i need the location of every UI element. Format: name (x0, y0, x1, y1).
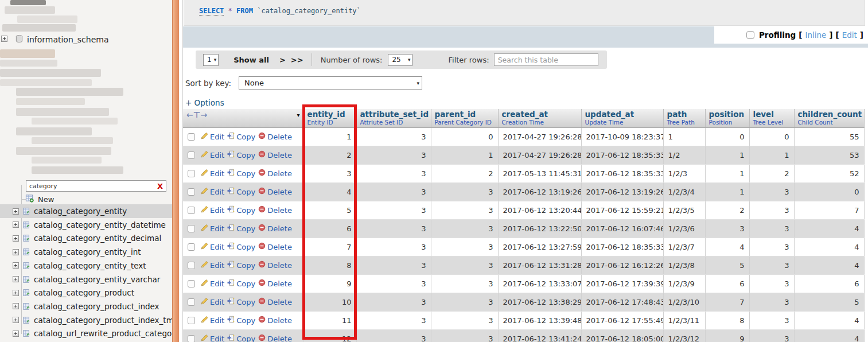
expand-table-icon[interactable] (13, 235, 19, 242)
expand-table-icon[interactable] (13, 317, 19, 323)
show-all-link[interactable]: Show all (233, 56, 269, 64)
edit-row-link[interactable]: Edit (201, 334, 224, 342)
copy-row-link[interactable]: Copy (227, 169, 255, 178)
delete-row-link[interactable]: Delete (258, 297, 292, 306)
sidebar-item-table[interactable]: catalog_category_entity_text (0, 259, 172, 273)
column-header-entity_id[interactable]: entity_idEntity ID (303, 109, 356, 127)
delete-row-link[interactable]: Delete (258, 132, 292, 141)
row-checkbox[interactable] (188, 207, 195, 214)
row-actions-cell: EditCopyDelete (183, 293, 303, 311)
edit-query-link[interactable]: Edit (842, 30, 857, 40)
delete-row-link[interactable]: Delete (258, 150, 292, 160)
row-checkbox[interactable] (188, 280, 195, 287)
copy-row-link[interactable]: Copy (227, 150, 255, 160)
edit-row-link[interactable]: Edit (201, 205, 224, 215)
row-checkbox[interactable] (188, 225, 195, 232)
delete-row-link[interactable]: Delete (258, 169, 292, 178)
expand-table-icon[interactable] (13, 290, 19, 296)
copy-row-link[interactable]: Copy (227, 297, 255, 306)
page-select[interactable]: 1 ▾ (203, 54, 219, 66)
clear-filter-icon[interactable]: X (157, 182, 163, 191)
copy-row-link[interactable]: Copy (227, 334, 255, 342)
row-checkbox[interactable] (188, 335, 195, 342)
sidebar-item-table[interactable]: catalog_category_entity_varchar (0, 273, 172, 286)
sidebar-table-filter[interactable]: category X (26, 180, 166, 192)
delete-row-link[interactable]: Delete (258, 316, 292, 325)
row-checkbox[interactable] (188, 133, 195, 141)
cell-children_count: 55 (794, 127, 864, 146)
sidebar-item-table[interactable]: catalog_category_product_index (0, 300, 172, 313)
row-checkbox[interactable] (188, 188, 195, 196)
sidebar-item-table[interactable]: catalog_category_entity (0, 204, 172, 218)
row-checkbox[interactable] (188, 170, 195, 177)
copy-row-link[interactable]: Copy (227, 187, 255, 196)
edit-row-link[interactable]: Edit (201, 132, 224, 141)
copy-row-link[interactable]: Copy (227, 279, 255, 288)
edit-row-link[interactable]: Edit (201, 150, 224, 160)
row-checkbox[interactable] (188, 317, 195, 324)
sidebar-item-table[interactable]: catalog_category_entity_datetime (0, 218, 172, 232)
sidebar-item-new-table[interactable]: New (25, 193, 54, 205)
sidebar-item-table[interactable]: catalog_category_entity_decimal (0, 231, 172, 245)
column-header-updated_at[interactable]: updated_atUpdate Time (581, 109, 663, 127)
delete-row-link[interactable]: Delete (258, 224, 292, 233)
header-caret-icon[interactable]: ▾ (297, 112, 299, 118)
expand-table-icon[interactable] (13, 208, 19, 215)
profiling-checkbox[interactable] (746, 31, 754, 39)
column-header-attribute_set_id[interactable]: attribute_set_idAttriute Set ID (356, 109, 431, 127)
inline-link[interactable]: Inline (805, 30, 826, 40)
row-marker-header[interactable]: ←⊤→▾ (183, 109, 303, 127)
copy-row-link[interactable]: Copy (227, 242, 255, 251)
edit-row-link[interactable]: Edit (201, 187, 224, 196)
delete-row-link[interactable]: Delete (258, 279, 292, 288)
delete-row-link[interactable]: Delete (258, 205, 292, 215)
options-toggle[interactable]: + Options (185, 98, 224, 107)
edit-row-link[interactable]: Edit (201, 316, 224, 325)
row-checkbox[interactable] (188, 243, 195, 251)
column-header-parent_id[interactable]: parent_idParent Category ID (431, 109, 498, 127)
last-page-link[interactable]: >> (291, 56, 303, 64)
delete-row-link[interactable]: Delete (258, 242, 292, 251)
edit-row-link[interactable]: Edit (201, 297, 224, 306)
expand-table-icon[interactable] (13, 249, 19, 255)
column-header-position[interactable]: positionPosition (705, 109, 749, 127)
edit-row-link[interactable]: Edit (201, 242, 224, 251)
row-checkbox[interactable] (188, 298, 195, 306)
expand-table-icon[interactable] (13, 303, 19, 309)
edit-row-link[interactable]: Edit (201, 224, 224, 233)
column-header-path[interactable]: pathTree Path (663, 109, 705, 127)
edit-row-link[interactable]: Edit (201, 261, 224, 270)
db-expander-icon[interactable] (1, 36, 7, 42)
copy-row-link[interactable]: Copy (227, 205, 255, 215)
sidebar-item-table[interactable]: catalog_category_product_index_tmp (0, 313, 172, 327)
cell-children_count: 7 (794, 201, 864, 219)
sidebar-item-table[interactable]: catalog_category_entity_int (0, 245, 172, 259)
column-header-created_at[interactable]: created_atCreation Time (498, 109, 581, 127)
edit-row-link[interactable]: Edit (201, 169, 224, 178)
sidebar-scrollbar[interactable] (172, 0, 179, 342)
expand-table-icon[interactable] (13, 276, 19, 282)
sidebar-item-table[interactable]: catalog_category_product (0, 286, 172, 300)
rows-select[interactable]: 25 ▾ (388, 54, 412, 66)
expand-table-icon[interactable] (13, 262, 19, 269)
sort-key-select[interactable]: None ▾ (239, 76, 422, 90)
column-header-children_count[interactable]: children_countChild Count (794, 109, 864, 127)
next-page-link[interactable]: > (279, 56, 286, 64)
copy-row-link[interactable]: Copy (227, 132, 255, 141)
edit-row-link[interactable]: Edit (201, 279, 224, 288)
delete-row-link[interactable]: Delete (258, 261, 292, 270)
filter-value[interactable]: category (29, 182, 157, 190)
sidebar-item-table[interactable]: catalog_url_rewrite_product_categor (0, 327, 172, 340)
column-header-level[interactable]: levelTree Level (749, 109, 794, 127)
copy-row-link[interactable]: Copy (227, 316, 255, 325)
expand-table-icon[interactable] (13, 221, 19, 228)
copy-row-link[interactable]: Copy (227, 261, 255, 270)
delete-row-link[interactable]: Delete (258, 187, 292, 196)
row-checkbox[interactable] (188, 262, 195, 269)
copy-row-link[interactable]: Copy (227, 224, 255, 233)
filter-rows-input[interactable] (494, 53, 598, 66)
sidebar-item-database[interactable]: information_schema (15, 33, 109, 46)
delete-row-link[interactable]: Delete (258, 334, 292, 342)
expand-table-icon[interactable] (13, 331, 19, 337)
row-checkbox[interactable] (188, 151, 195, 159)
